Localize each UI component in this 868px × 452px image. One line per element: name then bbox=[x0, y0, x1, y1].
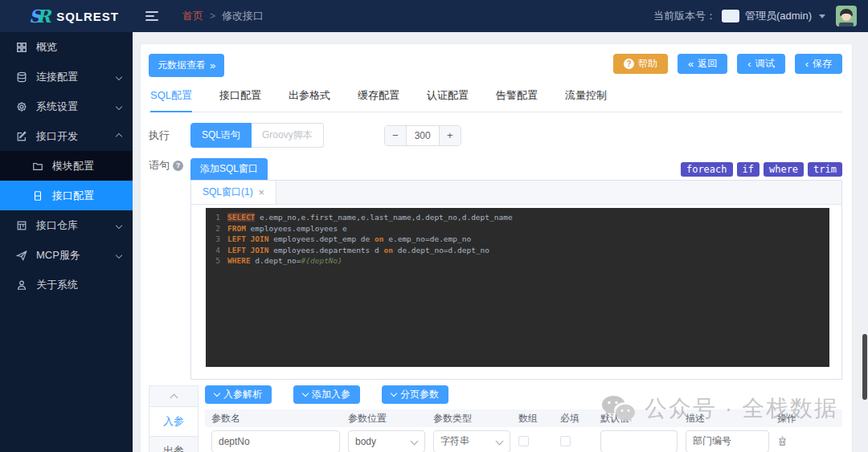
param-table-row: body 字符串 bbox=[205, 427, 842, 452]
param-type-value: 字符串 bbox=[440, 434, 469, 448]
param-position-select[interactable]: body bbox=[348, 430, 425, 452]
sidebar-item-api-config[interactable]: 接口配置 bbox=[0, 181, 133, 210]
sidebar-item-api-dev[interactable]: 接口开发 bbox=[0, 121, 133, 151]
scrollbar-thumb[interactable] bbox=[862, 334, 867, 400]
version-label: 当前版本号： bbox=[653, 9, 716, 23]
timeout-stepper: − 300 + bbox=[384, 125, 461, 146]
sidebar-item-overview[interactable]: 概览 bbox=[0, 32, 133, 62]
tag-if[interactable]: if bbox=[737, 162, 760, 177]
tab-output-format[interactable]: 出参格式 bbox=[289, 88, 330, 112]
col-actions: 操作 bbox=[777, 412, 836, 426]
tab-sql-config[interactable]: SQL配置 bbox=[150, 88, 192, 112]
tab-alert-config[interactable]: 告警配置 bbox=[496, 88, 538, 112]
add-param-label: 添加入参 bbox=[312, 388, 350, 401]
save-button[interactable]: ‹ 保存 bbox=[795, 54, 842, 74]
debug-label: 调试 bbox=[755, 57, 775, 71]
tag-foreach[interactable]: foreach bbox=[681, 162, 733, 177]
sidebar-item-api-repo[interactable]: 接口仓库 bbox=[0, 210, 133, 240]
stepper-value[interactable]: 300 bbox=[406, 126, 440, 145]
tab-auth-config[interactable]: 认证配置 bbox=[427, 88, 469, 112]
sidebar-item-mcp-service[interactable]: MCP服务 bbox=[0, 240, 133, 270]
param-default-input[interactable] bbox=[600, 430, 678, 452]
line-number: 4 bbox=[206, 245, 220, 256]
sidebar-item-system-settings[interactable]: 系统设置 bbox=[0, 92, 133, 121]
grid-icon bbox=[16, 41, 28, 53]
param-name-input[interactable] bbox=[211, 430, 340, 452]
avatar-face-icon bbox=[837, 7, 855, 26]
chevron-down-icon bbox=[116, 222, 122, 228]
add-sql-window-button[interactable]: 添加SQL窗口 bbox=[190, 158, 268, 180]
sql-code-line: 3LEFT JOIN employees.dept_emp de on e.em… bbox=[206, 234, 829, 245]
sql-window-tabbar: SQL窗口(1) × bbox=[191, 181, 841, 205]
exec-label: 执行 bbox=[149, 128, 190, 143]
col-param-type: 参数类型 bbox=[433, 412, 510, 426]
sidebar-item-connections[interactable]: 连接配置 bbox=[0, 62, 133, 92]
paging-params-label: 分页参数 bbox=[400, 388, 439, 401]
param-desc-input[interactable] bbox=[686, 430, 769, 452]
col-array: 数组 bbox=[518, 412, 552, 426]
stepper-plus-button[interactable]: + bbox=[440, 126, 461, 145]
delete-button[interactable] bbox=[777, 436, 836, 446]
chevron-down-icon bbox=[116, 103, 122, 109]
tag-trim[interactable]: trim bbox=[808, 162, 842, 177]
breadcrumb-home-link[interactable]: 首页 bbox=[182, 9, 203, 23]
back-button[interactable]: « 返回 bbox=[678, 54, 727, 74]
app-logo: SR SQLREST bbox=[0, 0, 133, 32]
page-scrollbar[interactable] bbox=[862, 0, 867, 452]
chevron-down-icon bbox=[116, 251, 122, 258]
paging-params-button[interactable]: 分页参数 bbox=[382, 385, 448, 404]
tab-input-params[interactable]: 入参 bbox=[149, 407, 199, 437]
sidebar-item-module-config[interactable]: 模块配置 bbox=[0, 151, 133, 181]
sidebar-item-label: 模块配置 bbox=[52, 159, 94, 173]
toggle-groovy-script[interactable]: Groovy脚本 bbox=[252, 123, 324, 148]
tab-traffic-control[interactable]: 流量控制 bbox=[565, 88, 607, 112]
exec-type-toggle: SQL语句 Groovy脚本 bbox=[190, 123, 324, 148]
add-sql-window-label: 添加SQL窗口 bbox=[200, 162, 258, 176]
chevron-down-icon[interactable] bbox=[819, 14, 825, 18]
array-checkbox[interactable] bbox=[518, 436, 529, 446]
sidebar: 概览 连接配置 系统设置 接口开发 模块配置 接口配置 bbox=[0, 32, 133, 452]
debug-button[interactable]: ‹ 调试 bbox=[737, 54, 784, 74]
stepper-minus-button[interactable]: − bbox=[385, 126, 406, 145]
collapse-up-button[interactable] bbox=[149, 385, 199, 407]
sql-code-editor[interactable]: 1SELECT e.emp_no,e.first_name,e.last_nam… bbox=[206, 208, 829, 367]
breadcrumb-separator: > bbox=[210, 10, 215, 22]
sidebar-item-label: 接口开发 bbox=[36, 129, 78, 144]
tab-output-params[interactable]: 出参 bbox=[149, 437, 199, 452]
sidebar-item-label: 连接配置 bbox=[36, 70, 78, 84]
question-icon[interactable]: ? bbox=[173, 161, 183, 171]
tab-cache-config[interactable]: 缓存配置 bbox=[358, 88, 399, 112]
metadata-view-button[interactable]: 元数据查看 » bbox=[149, 54, 224, 77]
archive-icon bbox=[16, 219, 28, 231]
user-menu[interactable]: 管理员(admin) bbox=[745, 9, 812, 23]
parse-params-label: 入参解析 bbox=[223, 388, 262, 401]
param-type-select[interactable]: 字符串 bbox=[433, 430, 510, 452]
app-title: SQLREST bbox=[56, 10, 119, 23]
folder-icon bbox=[32, 160, 44, 172]
sql-code-line: 2FROM employees.employees e bbox=[206, 223, 829, 234]
menu-toggle-icon[interactable] bbox=[145, 11, 160, 21]
avatar[interactable] bbox=[836, 6, 857, 26]
line-number: 2 bbox=[206, 223, 220, 234]
tag-where[interactable]: where bbox=[764, 162, 804, 177]
sql-window-tab[interactable]: SQL窗口(1) × bbox=[191, 181, 276, 204]
col-description: 描述 bbox=[686, 412, 769, 426]
col-default: 默认值 bbox=[600, 412, 678, 426]
add-param-button[interactable]: 添加入参 bbox=[293, 385, 360, 404]
close-icon[interactable]: × bbox=[259, 187, 264, 198]
trash-icon bbox=[777, 436, 788, 446]
toggle-sql-statement[interactable]: SQL语句 bbox=[190, 123, 252, 148]
gear-icon bbox=[16, 100, 28, 112]
col-required: 必填 bbox=[560, 412, 592, 426]
database-icon bbox=[16, 71, 28, 83]
edit-icon bbox=[16, 130, 28, 142]
chevron-down-icon bbox=[391, 390, 397, 397]
tab-api-config[interactable]: 接口配置 bbox=[219, 88, 261, 112]
param-position-value: body bbox=[355, 436, 376, 447]
required-checkbox[interactable] bbox=[560, 436, 571, 446]
parse-params-button[interactable]: 入参解析 bbox=[205, 385, 272, 404]
sidebar-item-label: 接口配置 bbox=[52, 189, 94, 203]
sidebar-item-about[interactable]: 关于系统 bbox=[0, 270, 133, 299]
sidebar-item-label: 接口仓库 bbox=[36, 218, 78, 233]
help-button[interactable]: ? 帮助 bbox=[613, 54, 668, 74]
